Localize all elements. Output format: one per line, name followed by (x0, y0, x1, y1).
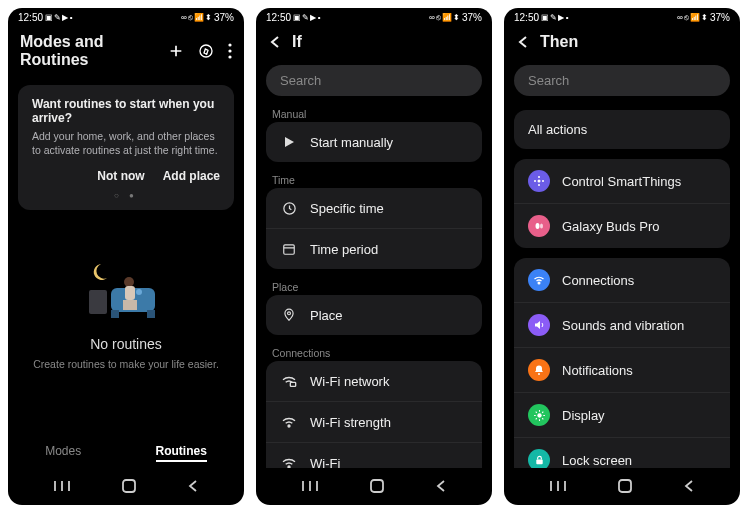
row-wifi-network[interactable]: Wi-Fi network (266, 361, 482, 402)
svg-point-39 (537, 413, 541, 417)
row-start-manually[interactable]: Start manually (266, 122, 482, 162)
svg-line-45 (542, 418, 543, 419)
row-label: Notifications (562, 363, 633, 378)
recents-button[interactable] (301, 479, 319, 496)
row-wifi-strength[interactable]: Wi-Fi strength (266, 402, 482, 443)
svg-point-2 (200, 45, 212, 57)
row-connections[interactable]: Connections (514, 258, 730, 303)
back-button[interactable] (683, 479, 695, 496)
back-icon[interactable] (516, 35, 530, 49)
play-icon (280, 133, 298, 151)
svg-point-30 (538, 180, 541, 183)
all-actions-row[interactable]: All actions (514, 110, 730, 149)
not-now-button[interactable]: Not now (97, 169, 144, 183)
status-right-icons: ∞ ⎋ 📶 ⬍ (677, 13, 708, 22)
svg-point-24 (288, 425, 290, 427)
phone-screen-2: 12:50 ▣ ✎ ▶ • ∞ ⎋ 📶 ⬍ 37% If Search Manu… (256, 8, 492, 505)
row-notifications[interactable]: Notifications (514, 348, 730, 393)
status-bar: 12:50 ▣ ✎ ▶ • ∞ ⎋ 📶 ⬍ 37% (256, 8, 492, 25)
row-label: Specific time (310, 201, 384, 216)
svg-line-44 (535, 411, 536, 412)
status-right-icons: ∞ ⎋ 📶 ⬍ (181, 13, 212, 22)
page-indicator: ○ ● (32, 191, 220, 200)
back-button[interactable] (435, 479, 447, 496)
recents-button[interactable] (549, 479, 567, 496)
location-icon (280, 306, 298, 324)
svg-point-34 (534, 180, 536, 182)
svg-point-4 (228, 49, 231, 52)
svg-point-5 (228, 55, 231, 58)
page-title: If (292, 33, 480, 51)
svg-rect-12 (123, 300, 137, 310)
svg-point-22 (288, 312, 291, 315)
section-manual: Manual (256, 104, 492, 122)
row-smartthings[interactable]: Control SmartThings (514, 159, 730, 204)
svg-rect-52 (619, 480, 631, 492)
notifications-icon (528, 359, 550, 381)
row-label: All actions (528, 122, 587, 137)
empty-illustration (81, 252, 171, 322)
row-place[interactable]: Place (266, 295, 482, 335)
status-right-icons: ∞ ⎋ 📶 ⬍ (429, 13, 460, 22)
home-button[interactable] (121, 478, 137, 497)
search-input[interactable]: Search (266, 65, 482, 96)
svg-marker-18 (285, 137, 294, 147)
connections-icon (528, 269, 550, 291)
add-icon[interactable] (168, 43, 184, 59)
status-left-icons: ▣ ✎ ▶ • (293, 13, 320, 22)
display-icon (528, 404, 550, 426)
row-time-period[interactable]: Time period (266, 229, 482, 269)
row-lockscreen[interactable]: Lock screen (514, 438, 730, 468)
svg-rect-8 (111, 310, 119, 318)
row-label: Time period (310, 242, 378, 257)
status-left-icons: ▣ ✎ ▶ • (541, 13, 568, 22)
status-bar: 12:50 ▣ ✎ ▶ • ∞ ⎋ 📶 ⬍ 37% (504, 8, 740, 25)
phone-screen-1: 12:50 ▣ ✎ ▶ • ∞ ⎋ 📶 ⬍ 37% Modes and Rout… (8, 8, 244, 505)
svg-point-35 (536, 223, 540, 229)
home-button[interactable] (617, 478, 633, 497)
row-label: Display (562, 408, 605, 423)
clock: 12:50 (266, 12, 291, 23)
battery-percent: 37% (462, 12, 482, 23)
row-label: Wi-Fi network (310, 374, 389, 389)
svg-point-31 (538, 176, 540, 178)
home-button[interactable] (369, 478, 385, 497)
search-input[interactable]: Search (514, 65, 730, 96)
row-display[interactable]: Display (514, 393, 730, 438)
svg-rect-17 (123, 480, 135, 492)
row-sounds[interactable]: Sounds and vibration (514, 303, 730, 348)
explore-icon[interactable] (198, 43, 214, 59)
nav-bar (504, 468, 740, 505)
svg-point-36 (540, 224, 543, 229)
recents-button[interactable] (53, 479, 71, 496)
row-specific-time[interactable]: Specific time (266, 188, 482, 229)
suggestion-card: Want routines to start when you arrive? … (18, 85, 234, 210)
row-label: Connections (562, 273, 634, 288)
row-galaxy-buds[interactable]: Galaxy Buds Pro (514, 204, 730, 248)
clock: 12:50 (514, 12, 539, 23)
nav-bar (256, 468, 492, 505)
sounds-icon (528, 314, 550, 336)
card-title: Want routines to start when you arrive? (32, 97, 220, 125)
row-label: Wi-Fi strength (310, 415, 391, 430)
back-button[interactable] (187, 479, 199, 496)
row-label: Wi-Fi (310, 456, 340, 469)
card-body: Add your home, work, and other places to… (32, 129, 220, 157)
lock-icon (528, 449, 550, 468)
buds-icon (528, 215, 550, 237)
app-header: If (256, 25, 492, 59)
svg-point-37 (538, 282, 540, 284)
add-place-button[interactable]: Add place (163, 169, 220, 183)
row-label: Sounds and vibration (562, 318, 684, 333)
tab-routines[interactable]: Routines (156, 444, 207, 462)
more-icon[interactable] (228, 43, 232, 59)
svg-point-10 (124, 277, 134, 287)
svg-point-13 (136, 289, 142, 295)
row-wifi[interactable]: Wi-Fi (266, 443, 482, 468)
back-icon[interactable] (268, 35, 282, 49)
row-label: Galaxy Buds Pro (562, 219, 660, 234)
page-title: Modes and Routines (20, 33, 158, 69)
tab-modes[interactable]: Modes (45, 444, 81, 462)
svg-line-47 (542, 411, 543, 412)
row-label: Place (310, 308, 343, 323)
